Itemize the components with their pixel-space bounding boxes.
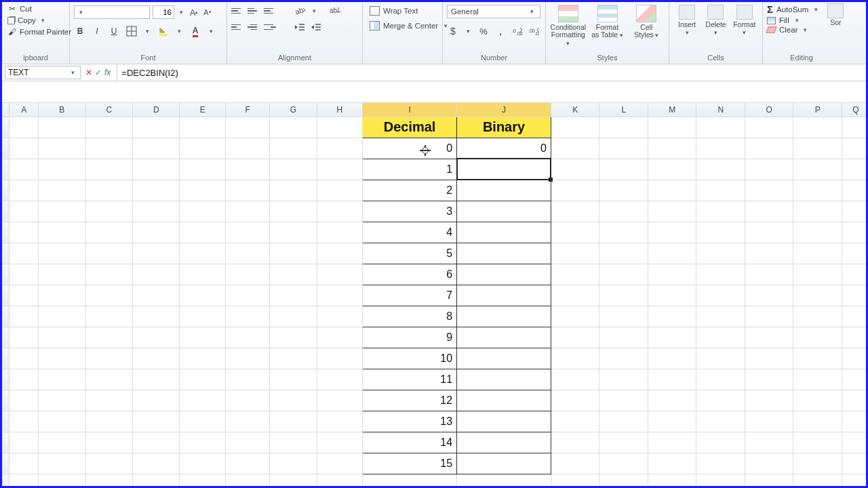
decrease-indent-button[interactable] — [294, 21, 306, 33]
cell[interactable] — [648, 306, 696, 327]
cell[interactable] — [457, 285, 551, 306]
cell[interactable] — [842, 159, 866, 180]
cell[interactable] — [648, 117, 696, 138]
cell[interactable]: 3 — [363, 201, 457, 222]
col-header[interactable]: N — [696, 103, 745, 117]
cell[interactable] — [599, 432, 648, 453]
col-header[interactable]: A — [9, 103, 39, 117]
cell[interactable] — [696, 180, 745, 201]
cell[interactable] — [39, 453, 85, 474]
col-header[interactable]: P — [793, 103, 842, 117]
cell[interactable] — [793, 474, 842, 486]
cell[interactable] — [793, 138, 842, 159]
cell[interactable] — [85, 180, 132, 201]
format-as-table-button[interactable]: Formatas Table ▾ — [589, 5, 626, 39]
cell[interactable] — [225, 264, 269, 285]
cell[interactable] — [180, 411, 225, 432]
row-header[interactable] — [3, 432, 9, 453]
cell[interactable] — [39, 159, 85, 180]
cell[interactable] — [793, 243, 842, 264]
cell[interactable] — [180, 390, 225, 411]
cell[interactable] — [793, 348, 842, 369]
cell[interactable] — [745, 138, 793, 159]
cell[interactable] — [551, 348, 599, 369]
cell[interactable] — [842, 432, 866, 453]
cell[interactable] — [317, 390, 362, 411]
cell[interactable] — [551, 474, 599, 486]
font-size-select[interactable]: 16 — [153, 5, 174, 19]
cell[interactable] — [85, 243, 132, 264]
cell[interactable] — [39, 474, 85, 486]
cell[interactable] — [180, 117, 225, 138]
cell[interactable] — [225, 474, 269, 486]
cell[interactable] — [457, 390, 551, 411]
cell[interactable]: 2 — [363, 180, 457, 201]
cell[interactable] — [599, 180, 648, 201]
cell[interactable] — [696, 306, 745, 327]
cell[interactable] — [696, 474, 745, 486]
cell[interactable] — [180, 138, 225, 159]
cell[interactable] — [317, 327, 362, 348]
align-center-icon[interactable] — [248, 22, 260, 32]
number-format-select[interactable]: General ▾ — [447, 5, 540, 18]
cell[interactable] — [133, 432, 180, 453]
cell[interactable] — [599, 411, 648, 432]
cell[interactable] — [85, 159, 132, 180]
cell[interactable]: 10 — [363, 348, 457, 369]
cell[interactable] — [745, 201, 793, 222]
cell[interactable] — [133, 159, 180, 180]
cell[interactable] — [9, 453, 39, 474]
cell[interactable] — [225, 243, 269, 264]
cell[interactable] — [133, 327, 180, 348]
cell[interactable] — [85, 411, 132, 432]
cell[interactable] — [696, 264, 745, 285]
cell[interactable]: 8 — [363, 306, 457, 327]
underline-button[interactable]: U — [108, 25, 120, 37]
cell[interactable] — [793, 222, 842, 243]
col-header[interactable]: D — [133, 103, 180, 117]
cell[interactable]: 6 — [363, 264, 457, 285]
cell[interactable]: 1 — [363, 159, 457, 180]
cell[interactable] — [85, 285, 132, 306]
cell[interactable] — [270, 327, 317, 348]
cell[interactable] — [180, 180, 225, 201]
cell[interactable] — [551, 222, 599, 243]
cell[interactable] — [9, 117, 39, 138]
cell[interactable] — [9, 411, 39, 432]
cell[interactable] — [133, 348, 180, 369]
currency-button[interactable]: $ — [447, 25, 459, 37]
cell[interactable] — [457, 369, 551, 390]
italic-button[interactable]: I — [91, 25, 103, 37]
cell[interactable] — [225, 159, 269, 180]
row-header[interactable] — [3, 117, 9, 138]
cell[interactable] — [180, 327, 225, 348]
cell[interactable] — [599, 327, 648, 348]
cell[interactable] — [696, 348, 745, 369]
cell[interactable] — [270, 453, 317, 474]
cell[interactable] — [270, 180, 317, 201]
cell[interactable] — [599, 201, 648, 222]
cell[interactable] — [842, 222, 866, 243]
cell[interactable] — [180, 159, 225, 180]
cell[interactable] — [599, 159, 648, 180]
clear-button[interactable]: Clear ▾ — [767, 26, 821, 34]
cell[interactable] — [745, 117, 793, 138]
cell[interactable] — [85, 432, 132, 453]
cell[interactable] — [270, 264, 317, 285]
font-name-select[interactable]: ▾ — [74, 5, 150, 19]
cell[interactable] — [225, 348, 269, 369]
cell[interactable] — [696, 411, 745, 432]
cell[interactable] — [225, 453, 269, 474]
row-header[interactable] — [3, 348, 9, 369]
fill-color-button[interactable] — [157, 25, 170, 37]
cell[interactable] — [133, 222, 180, 243]
cell[interactable]: 4 — [363, 222, 457, 243]
cell[interactable]: 12 — [363, 390, 457, 411]
cell[interactable] — [793, 327, 842, 348]
cell[interactable] — [180, 369, 225, 390]
cell[interactable] — [745, 243, 793, 264]
cell[interactable] — [317, 264, 362, 285]
cell[interactable] — [180, 432, 225, 453]
cell[interactable] — [9, 348, 39, 369]
cell[interactable] — [745, 285, 793, 306]
